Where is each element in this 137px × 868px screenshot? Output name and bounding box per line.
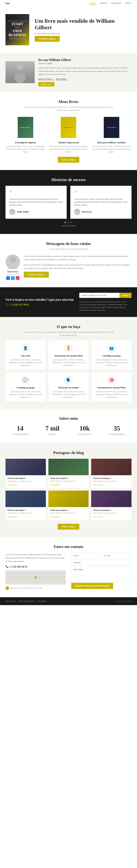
blog-post-2-readmore[interactable]: LEIA MAIS [50, 484, 60, 486]
author-1-info: Paula Smith [17, 211, 29, 213]
nav-dot-2[interactable] [68, 222, 69, 223]
blog-post-6-readmore[interactable]: LEIA MAIS [93, 516, 103, 518]
book-card-3: Ideas for Better Ideas para melhores con… [92, 116, 132, 153]
book-3-title: Ideas para melhores conselhos [92, 141, 132, 144]
cta-email-button[interactable]: Enviar [120, 293, 132, 298]
blog-post-3-excerpt: Sample small text. Sample small text. [93, 480, 130, 483]
welcome-desc-2: Duis aute irure dolor in reprehenderit i… [24, 263, 132, 270]
welcome-image-note: Imagem de Freepik [5, 274, 20, 275]
contact-address-row: 📍 Broadway 69 72, New York, NY 10000 [5, 586, 66, 590]
blog-post-1-title: Título da postagem 6 [7, 477, 44, 479]
blog-post-1-excerpt: Sample small text. Sample small text. [7, 480, 44, 483]
about-learn-more-button[interactable]: Saber mais [38, 82, 54, 87]
facebook-icon[interactable]: f [6, 276, 10, 280]
about-links: MEUS LIVROS → MAIS MIM → [38, 78, 132, 80]
contact-address: Broadway 69 72, New York, NY 10000 [10, 586, 42, 590]
footer-links: Privacy Policy Terms and Conditions Acce… [5, 600, 47, 602]
nav-link-home[interactable]: Home [89, 2, 96, 5]
blog-post-4: Título da postagem 3 Sample small text. … [5, 491, 46, 520]
contact-map [5, 570, 66, 585]
blog-post-1-readmore[interactable]: LEIA MAIS [7, 484, 17, 486]
nav-dot-3[interactable] [71, 222, 73, 223]
contact-phone-number: +1 232 343 44 55 [9, 565, 28, 568]
books-cta-button[interactable]: Saber mais [58, 157, 79, 163]
welcome-social: f t in [5, 276, 20, 280]
footer: Privacy Policy Terms and Conditions Acce… [0, 597, 137, 605]
book-3-label: Ideas for Better [107, 127, 116, 128]
testimonial-2-text: Lorem ipsum dolor sit amet, consectetuer… [74, 198, 128, 207]
nav-dot-1[interactable] [64, 222, 66, 223]
svg-point-0 [17, 63, 24, 70]
testimonial-2: " Lorem ipsum dolor sit amet, consectetu… [70, 186, 132, 219]
nav-logo: logo [5, 2, 10, 5]
footer-link-privacy[interactable]: Privacy Policy [5, 600, 16, 602]
contact-phone: 📞 +1 232 343 44 55 [5, 565, 66, 568]
about-banner-section: Eu sou William Gilbert Autor e Coach Lor… [0, 53, 137, 92]
author-1-name: Paula Smith [17, 211, 29, 213]
about-link-books[interactable]: MEUS LIVROS → [38, 78, 54, 80]
contact-name-input[interactable] [71, 553, 101, 558]
phone-icon-contact: 📞 [5, 565, 9, 568]
service-5-desc: Lorem ipsum dolor sit amet, consectetuer… [51, 390, 86, 399]
book-1-desc: Lorem ipsum dolor sit amet, consectetuer… [5, 145, 45, 153]
contact-title: Entre em contato [5, 544, 132, 549]
book-tagline: THE BESTSELLER BOOK [9, 38, 26, 39]
service-6-title: Treinamento de Atenção Plena [94, 386, 129, 389]
contact-message-input[interactable] [71, 567, 132, 581]
contact-email-input[interactable] [102, 553, 132, 558]
service-card-1: 👤 Um-a-Um Lorem ipsum dolor sit amet, co… [5, 341, 45, 370]
service-icon-5: 🗣️ [64, 375, 73, 384]
blog-post-3-readmore[interactable]: LEIA MAIS [93, 484, 103, 486]
contact-submit-button[interactable]: Sample click to edit Text Element [71, 583, 113, 589]
book-3-desc: Lorem ipsum dolor sit amet, consectetuer… [92, 145, 132, 153]
nav-link-blog[interactable]: Blog [125, 2, 132, 5]
blog-post-6-title: Título da postagem 1 [93, 509, 130, 511]
stat-3-number: 10k [70, 425, 99, 432]
instagram-icon[interactable]: in [16, 276, 19, 280]
blog-post-2-excerpt: Sample small text. Sample small text. [50, 480, 87, 483]
author-2-avatar [74, 209, 80, 215]
book-title-start: START [11, 22, 24, 26]
cta-email-input[interactable] [79, 293, 120, 298]
nav-link-about[interactable]: About [99, 2, 107, 5]
welcome-avatar [5, 254, 20, 269]
contact-inner: Lorem sit amet consectetuer adipiscing l… [5, 553, 132, 590]
blog-img-2 [48, 459, 89, 475]
blog-title: Postagens do blog [5, 450, 132, 455]
contact-subject-input[interactable] [71, 560, 132, 565]
footer-link-terms[interactable]: Terms and Conditions [19, 600, 35, 602]
blog-img-6 [91, 491, 132, 507]
contact-section: Entre em contato Lorem sit amet consecte… [0, 537, 137, 597]
about-link-more[interactable]: MAIS MIM → [56, 78, 68, 80]
blog-body-5: Título da postagem 2 Sample small text. … [48, 507, 89, 520]
hero-cta-button[interactable]: Compre agora [35, 36, 60, 42]
blog-post-4-readmore[interactable]: LEIA MAIS [7, 516, 17, 518]
services-grid: 👤 Um-a-Um Lorem ipsum dolor sit amet, co… [5, 341, 132, 401]
testimonials-grid: " Lorem ipsum dolor sit amet, consectetu… [5, 186, 132, 219]
nav-link-contact[interactable]: Contact [111, 2, 122, 5]
success-note: Imagem de Freepik [5, 225, 132, 227]
hero-section: WILLIAM GILBERT START Your OWN BUSINESS … [0, 7, 137, 53]
quote-mark-2: " [74, 189, 128, 197]
book-thumb-2: Forward Strategy [48, 116, 88, 140]
blog-img-5 [48, 491, 89, 507]
quote-mark-1: " [9, 189, 63, 197]
next-arrow-icon[interactable]: › [132, 200, 133, 204]
twitter-icon[interactable]: t [11, 276, 15, 280]
svg-point-11 [34, 576, 37, 579]
footer-link-accessibility[interactable]: Accessibility [38, 600, 47, 602]
blog-post-5-readmore[interactable]: LEIA MAIS [50, 516, 60, 518]
book-1-label: Business Strategy [20, 127, 30, 128]
book-card-1: Business Strategy Estratégia de negócios… [5, 116, 45, 153]
book-2-desc: Lorem ipsum dolor sit amet, consectetuer… [48, 145, 88, 153]
contact-left: Lorem sit amet consectetuer adipiscing l… [5, 553, 66, 590]
blog-body-3: Título da postagem 4 Sample small text. … [91, 475, 132, 488]
book-card-2: Forward Strategy Soluções Empresariais L… [48, 116, 88, 153]
about-person-image [5, 61, 35, 83]
welcome-cta-button[interactable]: Compre agora [24, 272, 49, 278]
blog-body-1: Título da postagem 6 Sample small text. … [5, 475, 46, 488]
book-cover: WILLIAM GILBERT START Your OWN BUSINESS … [5, 14, 29, 45]
blog-post-5: Título da postagem 2 Sample small text. … [48, 491, 89, 520]
service-6-desc: Lorem ipsum dolor sit amet, consectetuer… [94, 390, 129, 399]
blog-cta-button[interactable]: Saber mais [58, 524, 79, 530]
